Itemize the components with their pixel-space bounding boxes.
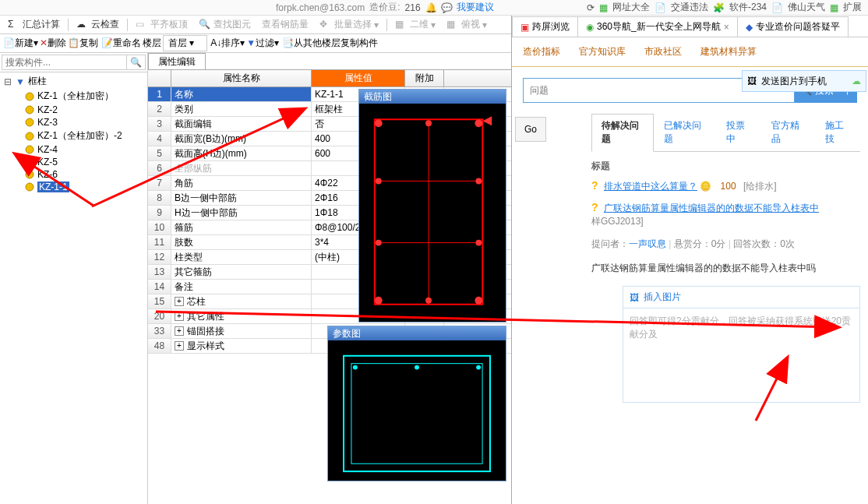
tree-item[interactable]: KZ-1（全柱加密） — [23, 89, 146, 104]
component-tree[interactable]: ⊟ ▼ 框柱 KZ-1（全柱加密）KZ-2KZ-3KZ-1（全柱加密）-2KZ-… — [0, 72, 147, 504]
batch-select-button[interactable]: ✥批量选择▾ — [315, 16, 383, 33]
new-button[interactable]: 📄新建▾ — [3, 37, 38, 50]
question-list: 标题 ? 排水管道中这么算量？ 🪙 100 [给排水] ? 广联达钢筋算量属性编… — [552, 152, 868, 418]
mode-select[interactable]: ▦二维▾ — [390, 16, 440, 33]
svg-point-7 — [26, 183, 34, 191]
search-input[interactable] — [2, 55, 127, 70]
doc-icon: 📄 — [771, 2, 783, 13]
question-item[interactable]: ? 排水管道中这么算量？ 🪙 100 [给排水] — [591, 179, 860, 193]
nav-item[interactable]: 市政社区 — [644, 45, 682, 58]
question-item[interactable]: ? 广联达钢筋算量属性编辑器的的数据不能导入柱表中 样GGJ2013] 提问者：… — [591, 201, 860, 403]
tab-qa[interactable]: ◆专业造价问题答疑平 — [737, 16, 849, 37]
param-diagram[interactable]: 参数图 — [327, 326, 506, 481]
view-bar-button[interactable]: 查看钢筋量 — [257, 16, 313, 33]
expand-icon[interactable]: + — [175, 312, 184, 321]
rebar-diagram[interactable]: 截筋图 — [358, 89, 506, 322]
tree-item[interactable]: KZ-6 — [23, 168, 146, 181]
tree-item[interactable]: KZ-1-1 — [23, 181, 146, 193]
floor-label: 楼层 — [143, 37, 161, 50]
tree-item[interactable]: KZ-5 — [23, 156, 146, 168]
first-floor-select[interactable]: 首层 ▾ — [163, 35, 207, 51]
send-to-phone-popup[interactable]: 🖼 发送图片到手机 ☁ — [742, 70, 866, 92]
nav-item[interactable]: 官方知识库 — [579, 45, 626, 58]
svg-point-26 — [476, 365, 481, 370]
overview-button[interactable]: ▦俯视▾ — [442, 16, 492, 33]
find-elem-button[interactable]: 🔍查找图元 — [194, 16, 256, 33]
go-button[interactable]: Go — [515, 117, 546, 142]
subtab-const[interactable]: 施工技 — [815, 114, 860, 151]
gear-icon — [25, 182, 34, 192]
svg-point-17 — [425, 298, 432, 304]
tree-item[interactable]: KZ-2 — [23, 104, 146, 116]
copy-from-floor-button[interactable]: 📑从其他楼层复制构件 — [282, 37, 378, 50]
filter-icon: ▼ — [16, 76, 25, 87]
svg-point-18 — [376, 178, 382, 184]
svg-rect-23 — [344, 356, 490, 471]
prop-tab[interactable]: 属性编辑 — [148, 53, 206, 69]
doc-icon: 🧩 — [713, 2, 725, 13]
insert-image-icon[interactable]: 🖼 — [630, 292, 639, 303]
app-left-pane: Σ汇总计算 ☁云检查 ▭平齐板顶 🔍查找图元 查看钢筋量 ✥批量选择▾ ▦二维▾… — [0, 16, 512, 504]
col-name: 属性名称 — [171, 70, 312, 86]
beans-value: 216 — [405, 2, 421, 13]
svg-point-27 — [415, 365, 419, 370]
subtab-pending[interactable]: 待解决问题 — [591, 114, 654, 152]
nav-link-2[interactable]: 交通违法 — [671, 1, 708, 14]
search-button[interactable]: 🔍 — [127, 55, 146, 70]
nav-link-1[interactable]: 网址大全 — [612, 1, 650, 14]
tree-root[interactable]: ⊟ ▼ 框柱 — [2, 74, 146, 89]
nav-link-3[interactable]: 软件-234 — [729, 1, 767, 14]
chat-icon[interactable]: 💬 — [441, 2, 452, 13]
cloud-check-button[interactable]: ☁云检查 — [72, 16, 124, 33]
svg-point-4 — [26, 146, 34, 153]
browser-pane: ▣跨屏浏览 ◉360导航_新一代安全上网导航× ◆专业造价问题答疑平 造价指标 … — [512, 16, 868, 504]
gear-icon — [25, 170, 34, 179]
flatten-button[interactable]: ▭平齐板顶 — [131, 16, 192, 33]
suggest-link[interactable]: 我要建议 — [457, 1, 494, 14]
expand-icon[interactable]: + — [175, 341, 184, 351]
svg-point-13 — [475, 119, 482, 127]
list-header: 标题 — [591, 160, 860, 173]
svg-point-2 — [26, 118, 34, 126]
cloud-icon[interactable]: ☁ — [852, 76, 861, 86]
ext-label[interactable]: 扩展 — [843, 1, 862, 14]
nav-url-icon[interactable]: ▦ — [599, 2, 608, 13]
svg-point-15 — [475, 297, 482, 305]
tab-360[interactable]: ◉360导航_新一代安全上网导航× — [577, 16, 738, 37]
tree-item[interactable]: KZ-1（全柱加密）-2 — [23, 129, 146, 143]
bell-icon[interactable]: 🔔 — [425, 2, 436, 13]
answer-box: 🖼插入图片 回答即可得2分贡献分，回答被采纳获得系统赠送20贡献分及 — [623, 286, 860, 403]
tree-item[interactable]: KZ-3 — [23, 116, 146, 129]
collapse-icon[interactable]: ⊟ — [3, 76, 12, 87]
svg-marker-22 — [482, 116, 492, 125]
nav-link-4[interactable]: 佛山天气 — [788, 1, 825, 14]
rename-button[interactable]: 📝重命名 — [101, 37, 141, 50]
close-icon[interactable]: × — [724, 22, 729, 33]
subtab-official[interactable]: 官方精品 — [761, 114, 815, 151]
nav-home-icon[interactable]: ⟳ — [587, 2, 595, 13]
subtab-vote[interactable]: 投票中 — [716, 114, 761, 151]
filter-button[interactable]: ▼过滤▾ — [246, 37, 279, 50]
gear-icon — [25, 92, 34, 101]
expand-icon[interactable]: + — [175, 326, 184, 336]
delete-button[interactable]: ✕删除 — [40, 37, 66, 50]
sort-button[interactable]: A↓排序▾ — [210, 37, 245, 50]
expand-icon[interactable]: + — [175, 297, 184, 306]
toolbar-secondary: 📄新建▾ ✕删除 📋复制 📝重命名 楼层 首层 ▾ A↓排序▾ ▼过滤▾ 📑从其… — [0, 34, 511, 53]
svg-point-3 — [26, 132, 34, 140]
status-bar: forpk.chen@163.com 造价豆: 216 🔔 💬 我要建议 ⟳ ▦… — [0, 0, 868, 16]
image-icon: 🖼 — [747, 76, 757, 86]
answer-textarea[interactable]: 回答即可得2分贡献分，回答被采纳获得系统赠送20贡献分及 — [623, 308, 859, 402]
ext-icon[interactable]: ▦ — [830, 2, 838, 13]
copy-button[interactable]: 📋复制 — [68, 37, 98, 50]
nav-item[interactable]: 造价指标 — [523, 45, 560, 58]
browser-tabs: ▣跨屏浏览 ◉360导航_新一代安全上网导航× ◆专业造价问题答疑平 — [512, 16, 868, 37]
svg-point-20 — [376, 240, 382, 246]
col-num — [148, 70, 171, 86]
tree-item[interactable]: KZ-4 — [23, 143, 146, 156]
subtab-solved[interactable]: 已解决问题 — [654, 114, 716, 151]
sum-button[interactable]: Σ汇总计算 — [3, 16, 65, 33]
nav-item[interactable]: 建筑材料异算 — [700, 45, 757, 58]
svg-point-19 — [475, 178, 482, 184]
tab-cross[interactable]: ▣跨屏浏览 — [512, 16, 578, 37]
